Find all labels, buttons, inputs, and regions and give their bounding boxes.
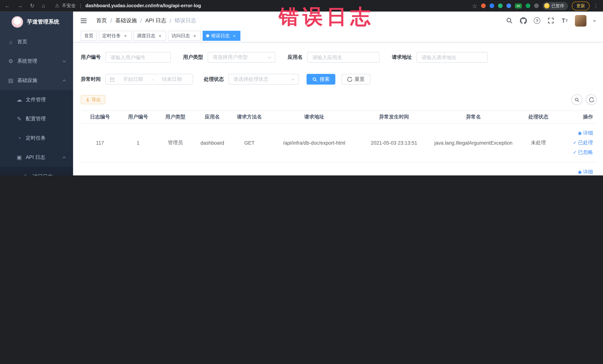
column-header: 请求地址 [268,111,360,123]
user-type-label: 用户类型 [183,54,203,61]
view-tab[interactable]: 定时任务 [99,31,131,41]
search-button[interactable]: 搜索 [306,74,335,84]
column-header: 用户编号 [119,111,157,123]
check-icon: ✓ [573,150,577,155]
process-status-label: 处理状态 [204,76,224,83]
user-type-select[interactable]: 请选择用户类型 [208,52,275,63]
address-bar[interactable]: ⚠ 不安全 dashboard.yudao.iocoder.cn/infra/l… [55,2,201,9]
back-icon[interactable]: ← [5,3,10,9]
view-tab[interactable]: 访问日志 [168,31,201,41]
bookmark-star-icon[interactable]: ☆ [472,3,477,9]
table-row: 116 1 管理员 dashboard GET /api/infra/db-do… [81,162,597,176]
sidebar-item[interactable]: ▣ API 日志 [0,148,73,167]
chevron-icon [63,59,66,62]
extension-icon[interactable] [526,3,530,8]
sidebar-item[interactable]: ◔ 定时任务 [0,129,73,148]
close-icon[interactable] [157,33,163,38]
app-logo[interactable]: 芋道管理系统 [0,12,73,32]
refresh-button[interactable] [586,94,597,105]
calendar-icon [110,77,115,82]
cell-user-type: 管理员 [157,139,194,146]
app-name-input[interactable] [307,52,380,63]
sidebar-item[interactable]: ⌂ 首页 [0,32,73,52]
close-icon[interactable] [123,33,128,38]
sidebar: 芋道管理系统 ⌂ 首页 ⚙ 系统管理 ▤ 基础设施 ☁ 文件管理 ✎ 配置管理 … [0,12,73,176]
cell-app-name: dashboard [194,140,231,146]
view-tab[interactable]: 调度日志 [133,31,166,41]
close-icon[interactable] [232,33,237,38]
paused-badge[interactable]: 已暂停 [543,2,568,10]
extension-on-badge[interactable]: on [515,3,522,8]
error-log-table: 日志编号 用户编号 用户类型 应用名 请求方法名 请求地址 异常发生时间 异常名… [81,110,597,176]
update-button[interactable]: 更新 [572,1,590,10]
extension-icon[interactable] [498,3,503,8]
process-status-select[interactable]: 请选择处理状态 [228,74,299,84]
breadcrumb: 首页 基础设施 API 日志 错误日志 [96,17,196,24]
reset-button[interactable]: 重置 [341,74,370,84]
extension-icon[interactable] [489,3,494,8]
gear-icon: ⚙ [8,58,14,64]
column-header: 操作 [557,111,597,123]
request-url-input[interactable] [417,52,488,63]
close-icon[interactable] [192,33,197,38]
table-tools [571,94,597,105]
check-icon: ✓ [573,140,577,145]
reload-icon[interactable]: ↻ [30,3,35,9]
cell-user-id: 1 [119,140,157,146]
hamburger-icon[interactable] [79,16,88,25]
detail-link[interactable]: ◉详细 [578,130,593,137]
chevron-down-icon [268,55,271,59]
view-tab[interactable]: 首页 [81,31,97,41]
url-text[interactable]: dashboard.yudao.iocoder.cn/infra/log/api… [85,3,201,9]
forward-icon[interactable]: → [17,3,23,9]
user-id-input[interactable] [105,52,171,63]
home-icon[interactable]: ⌂ [42,3,45,9]
sidebar-item[interactable]: ✎ 访问日志 [0,167,73,176]
start-date-placeholder: 开始日期 [116,76,150,83]
column-header: 应用名 [194,111,231,123]
avatar[interactable] [575,15,587,26]
table-body: 117 1 管理员 dashboard GET /api/infra/db-do… [81,124,597,176]
help-icon[interactable]: ? [533,17,541,24]
extension-icon[interactable] [506,3,511,8]
filter-form-row-2: 异常时间 开始日期 - 结束日期 处理状态 请选择处理状态 搜索 [81,74,597,84]
hide-search-button[interactable] [571,94,582,105]
search-icon [312,77,317,82]
extension-icon[interactable] [534,3,539,8]
github-icon[interactable] [520,17,527,24]
browser-chrome: ← → ↻ ⌂ ⚠ 不安全 dashboard.yudao.iocoder.cn… [0,0,603,12]
cell-status: 未处理 [519,139,557,146]
breadcrumb-item[interactable]: API 日志 [137,17,166,24]
sidebar-item[interactable]: ▤ 基础设施 [0,71,73,90]
chevron-down-icon[interactable] [593,20,596,23]
breadcrumb-item[interactable]: 错误日志 [166,17,196,24]
breadcrumb-item[interactable]: 基础设施 [107,17,137,24]
address-divider [81,3,81,8]
eye-icon: ◉ [578,170,582,174]
fullscreen-icon[interactable] [547,17,555,24]
browser-menu-icon[interactable]: ⋮ [593,3,598,8]
export-button[interactable]: 导出 [81,95,105,104]
exception-time-range-picker[interactable]: 开始日期 - 结束日期 [105,74,193,84]
view-tab[interactable]: 错误日志 [203,31,240,41]
screenshot-root: ← → ↻ ⌂ ⚠ 不安全 dashboard.yudao.iocoder.cn… [0,0,603,176]
breadcrumb-item[interactable]: 首页 [96,17,107,24]
smiley-icon [544,3,550,9]
detail-link[interactable]: ◉详细 [578,169,593,176]
search-icon[interactable] [506,17,513,24]
extension-icon[interactable] [481,3,486,8]
ignored-link[interactable]: ✓已忽略 [573,149,593,156]
sidebar-item[interactable]: ☁ 文件管理 [0,90,73,109]
sidebar-menu: ⌂ 首页 ⚙ 系统管理 ▤ 基础设施 ☁ 文件管理 ✎ 配置管理 ◔ 定时任务 … [0,32,73,176]
cell-request-url: /api/infra/db-doc/export-html [268,140,360,146]
sidebar-item[interactable]: ⚙ 系统管理 [0,52,73,71]
font-size-icon[interactable]: TT [561,17,568,24]
cell-exception-name: java.lang.IllegalArgumentException [428,140,519,146]
column-header: 处理状态 [519,111,557,123]
sidebar-item[interactable]: ✎ 配置管理 [0,109,73,129]
processed-link[interactable]: ✓已处理 [573,139,593,146]
column-header: 用户类型 [157,111,194,123]
cell-actions: ◉详细 ✓已处理 ✓已忽略 [557,130,597,156]
rabbit-logo-icon [12,16,23,28]
security-label[interactable]: 不安全 [62,2,76,9]
